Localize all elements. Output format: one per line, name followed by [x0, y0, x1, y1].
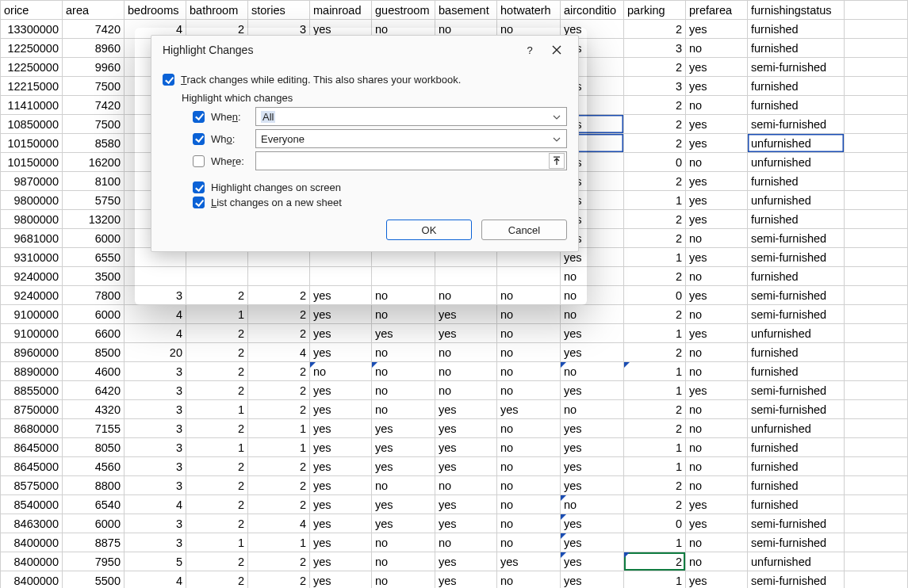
cell-guestroom[interactable]: no: [372, 305, 435, 324]
where-checkbox[interactable]: [193, 155, 205, 167]
cell-parking[interactable]: 1: [624, 438, 686, 457]
table-row[interactable]: 85750008800322yesnononoyes2nofurnished: [1, 476, 908, 495]
cell-mainroad[interactable]: yes: [310, 324, 372, 343]
cell-prefarea[interactable]: yes: [686, 191, 748, 210]
cell-empty[interactable]: [845, 191, 908, 210]
cell-bathrooms[interactable]: 2: [186, 552, 248, 571]
cell-area[interactable]: 7420: [63, 96, 125, 115]
cell-area[interactable]: 7420: [63, 20, 125, 39]
cell-parking[interactable]: 1: [624, 191, 686, 210]
cell-hotwater[interactable]: no: [497, 571, 561, 589]
cell-bedrooms[interactable]: 3: [125, 286, 186, 305]
cell-bedrooms[interactable]: 3: [125, 381, 186, 400]
cell-parking[interactable]: 2: [624, 552, 686, 571]
cell-parking[interactable]: 2: [624, 229, 686, 248]
cell-furnish[interactable]: semi-furnished: [748, 286, 845, 305]
cell-prefarea[interactable]: no: [686, 438, 748, 457]
cell-mainroad[interactable]: no: [310, 362, 372, 381]
cell-bathrooms[interactable]: 2: [186, 571, 248, 589]
cell-bedrooms[interactable]: 20: [125, 343, 186, 362]
cell-bathrooms[interactable]: 2: [186, 381, 248, 400]
cell-stories[interactable]: 2: [248, 305, 310, 324]
cell-prefarea[interactable]: yes: [686, 248, 748, 267]
cell-stories[interactable]: 2: [248, 400, 310, 419]
cell-price[interactable]: 8680000: [1, 419, 63, 438]
cell-stories[interactable]: 2: [248, 381, 310, 400]
cell-prefarea[interactable]: no: [686, 419, 748, 438]
cell-bedrooms[interactable]: 3: [125, 419, 186, 438]
cell-area[interactable]: 6420: [63, 381, 125, 400]
cell-guestroom[interactable]: no: [372, 476, 435, 495]
cell-price[interactable]: 8750000: [1, 400, 63, 419]
cell-furnish[interactable]: furnished: [748, 77, 845, 96]
cancel-button[interactable]: Cancel: [481, 220, 567, 240]
cell-basement[interactable]: no: [435, 533, 497, 552]
col-prefarea[interactable]: prefarea: [686, 1, 748, 20]
cell-prefarea[interactable]: no: [686, 96, 748, 115]
cell-area[interactable]: 8580: [63, 134, 125, 153]
cell-area[interactable]: 4600: [63, 362, 125, 381]
cell-bedrooms[interactable]: 4: [125, 571, 186, 589]
table-row[interactable]: 92400007800322yesnononono0yessemi-furnis…: [1, 286, 908, 305]
cell-furnish[interactable]: furnished: [748, 172, 845, 191]
cell-price[interactable]: 8575000: [1, 476, 63, 495]
cell-price[interactable]: 8855000: [1, 381, 63, 400]
cell-parking[interactable]: 1: [624, 324, 686, 343]
col-hotwater[interactable]: hotwaterh: [497, 1, 561, 20]
cell-prefarea[interactable]: no: [686, 476, 748, 495]
cell-prefarea[interactable]: yes: [686, 77, 748, 96]
cell-guestroom[interactable]: no: [372, 286, 435, 305]
cell-area[interactable]: 9960: [63, 58, 125, 77]
table-row[interactable]: 84000008875311yesnononoyes1nosemi-furnis…: [1, 533, 908, 552]
cell-ac[interactable]: yes: [561, 571, 624, 589]
cell-ac[interactable]: yes: [561, 457, 624, 476]
col-bathrooms[interactable]: bathroom: [186, 1, 248, 20]
cell-ac[interactable]: yes: [561, 438, 624, 457]
cell-parking[interactable]: 2: [624, 343, 686, 362]
cell-prefarea[interactable]: no: [686, 457, 748, 476]
cell-basement[interactable]: yes: [435, 552, 497, 571]
cell-mainroad[interactable]: yes: [310, 286, 372, 305]
cell-mainroad[interactable]: yes: [310, 495, 372, 514]
cell-guestroom[interactable]: [372, 267, 435, 286]
cell-furnish[interactable]: semi-furnished: [748, 248, 845, 267]
cell-area[interactable]: 6600: [63, 324, 125, 343]
cell-parking[interactable]: 0: [624, 286, 686, 305]
cell-mainroad[interactable]: yes: [310, 438, 372, 457]
cell-bedrooms[interactable]: 3: [125, 533, 186, 552]
cell-hotwater[interactable]: no: [497, 419, 561, 438]
cell-mainroad[interactable]: yes: [310, 533, 372, 552]
cell-mainroad[interactable]: yes: [310, 476, 372, 495]
cell-price[interactable]: 9240000: [1, 286, 63, 305]
when-checkbox[interactable]: [193, 111, 205, 123]
cell-ac[interactable]: yes: [561, 514, 624, 533]
cell-mainroad[interactable]: yes: [310, 571, 372, 589]
cell-empty[interactable]: [845, 438, 908, 457]
highlight-on-screen-checkbox[interactable]: [193, 181, 205, 193]
cell-stories[interactable]: 2: [248, 476, 310, 495]
cell-basement[interactable]: yes: [435, 400, 497, 419]
cell-furnish[interactable]: furnished: [748, 210, 845, 229]
cell-parking[interactable]: 3: [624, 39, 686, 58]
cell-bedrooms[interactable]: 3: [125, 476, 186, 495]
table-row[interactable]: 896000085002024yesnononoyes2nofurnished: [1, 343, 908, 362]
cell-hotwater[interactable]: no: [497, 476, 561, 495]
cell-area[interactable]: 8500: [63, 343, 125, 362]
cell-empty[interactable]: [845, 495, 908, 514]
cell-empty[interactable]: [845, 419, 908, 438]
cell-basement[interactable]: no: [435, 343, 497, 362]
cell-price[interactable]: 10150000: [1, 134, 63, 153]
cell-parking[interactable]: 1: [624, 571, 686, 589]
col-stories[interactable]: stories: [248, 1, 310, 20]
cell-empty[interactable]: [845, 58, 908, 77]
cell-basement[interactable]: yes: [435, 438, 497, 457]
cell-price[interactable]: 8400000: [1, 552, 63, 571]
cell-ac[interactable]: no: [561, 267, 624, 286]
cell-parking[interactable]: 2: [624, 495, 686, 514]
cell-bedrooms[interactable]: 3: [125, 400, 186, 419]
cell-area[interactable]: 6000: [63, 305, 125, 324]
cell-area[interactable]: 8050: [63, 438, 125, 457]
cell-empty[interactable]: [845, 115, 908, 134]
cell-area[interactable]: 6000: [63, 514, 125, 533]
cell-hotwater[interactable]: no: [497, 286, 561, 305]
